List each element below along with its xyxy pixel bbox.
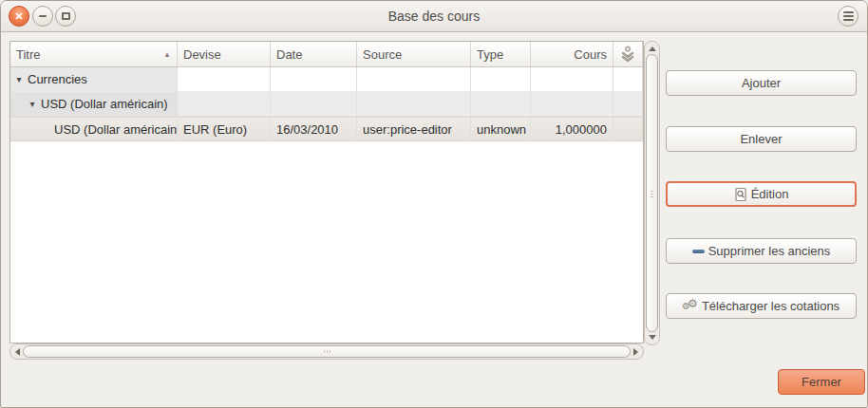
vertical-scrollbar-thumb[interactable] [646,54,658,332]
cell-text: Currencies [28,72,87,86]
titlebar: ✕ Base des cours [1,1,867,32]
horizontal-scrollbar-thumb[interactable] [23,345,631,358]
button-label: Édition [751,187,789,201]
cell-titre: USD (Dollar américain) [10,117,178,141]
edit-button[interactable]: Édition [666,181,857,207]
gears-icon: ⚙ ⚙ [683,299,698,314]
column-header-devise[interactable]: Devise [178,42,271,66]
cell-jump [613,92,643,117]
cell-titre: ▾ USD (Dollar américain) [10,92,178,117]
cell-text: unknown [477,122,526,137]
minimize-button[interactable] [32,6,53,27]
cell-titre: ▾ Currencies [10,67,178,92]
cell-text: USD (Dollar américain) [41,97,168,111]
button-label: Télécharger les cotations [702,299,840,313]
close-button[interactable]: ✕ [9,6,29,27]
cell-devise: EUR (Euro) [178,117,271,141]
cell-date [271,92,357,117]
column-header-jump[interactable] [613,42,643,66]
add-button[interactable]: Ajouter [666,70,857,96]
cell-date: 16/03/2010 [271,117,357,141]
table-row-currencies[interactable]: ▾ Currencies [10,67,643,92]
close-dialog-button[interactable]: Fermer [778,369,865,395]
button-label: Fermer [802,375,841,389]
cell-date [271,67,357,92]
button-label: Ajouter [742,76,781,90]
close-icon: ✕ [14,10,23,23]
horizontal-scrollbar[interactable] [9,343,644,360]
scroll-up-icon[interactable] [649,46,656,51]
vertical-scrollbar[interactable] [644,41,660,345]
cell-devise [178,92,271,117]
scroll-down-icon[interactable] [649,335,656,340]
table-row-usd[interactable]: ▾ USD (Dollar américain) [10,92,643,117]
cell-source: user:price-editor [357,117,471,141]
cell-type: unknown [471,117,531,141]
get-quotes-button[interactable]: ⚙ ⚙ Télécharger les cotations [666,293,857,319]
cell-cours [531,92,613,117]
column-header-source[interactable]: Source [357,42,471,66]
cell-cours [531,67,613,92]
column-header-date[interactable]: Date [271,42,357,66]
cell-jump [613,67,643,92]
menu-icon [843,15,854,17]
price-database-window: ✕ Base des cours Titre ▲ Devise Date So [0,0,868,408]
cell-type [471,92,531,117]
cell-source [357,67,471,92]
column-header-titre[interactable]: Titre ▲ [10,42,178,66]
remove-old-button[interactable]: Supprimer les anciens [666,238,857,264]
window-title: Base des cours [1,1,867,32]
edit-document-icon [734,187,747,202]
minus-icon [692,250,705,253]
cell-source [357,92,471,117]
scroll-right-icon[interactable] [633,348,638,356]
table-row-usd-price-selected[interactable]: USD (Dollar américain) EUR (Euro) 16/03/… [10,117,643,141]
button-label: Supprimer les anciens [708,244,831,258]
column-label: Devise [183,47,221,62]
sort-ascending-icon: ▲ [163,50,171,59]
cell-cours: 1,000000 [531,117,613,141]
scrollbar-grip [651,194,653,195]
column-header-type[interactable]: Type [471,42,531,66]
cell-type [471,67,531,92]
cell-text: USD (Dollar américain) [54,122,178,137]
jump-down-icon [620,46,635,64]
minimize-icon [39,15,47,17]
maximize-button[interactable] [55,6,76,27]
expander-open-icon[interactable]: ▾ [28,99,37,109]
cell-text: 1,000000 [556,122,607,137]
cell-text: 16/03/2010 [276,122,338,137]
cell-text: EUR (Euro) [183,122,247,137]
cell-jump [613,117,643,141]
window-menu-button[interactable] [838,6,859,27]
column-label: Source [363,47,402,62]
cell-text: user:price-editor [363,122,452,137]
column-header-cours[interactable]: Cours [531,42,613,66]
column-label: Cours [574,47,607,62]
scrollbar-grip [327,350,328,353]
remove-button[interactable]: Enlever [666,126,857,152]
price-table: Titre ▲ Devise Date Source Type Cours [9,41,644,343]
column-label: Date [276,47,302,62]
scroll-left-icon[interactable] [15,348,20,356]
table-header: Titre ▲ Devise Date Source Type Cours [10,42,643,67]
column-label: Type [477,47,503,62]
maximize-icon [62,12,70,20]
column-label: Titre [16,47,41,62]
button-label: Enlever [740,132,782,146]
cell-devise [178,67,271,92]
expander-open-icon[interactable]: ▾ [14,74,24,84]
